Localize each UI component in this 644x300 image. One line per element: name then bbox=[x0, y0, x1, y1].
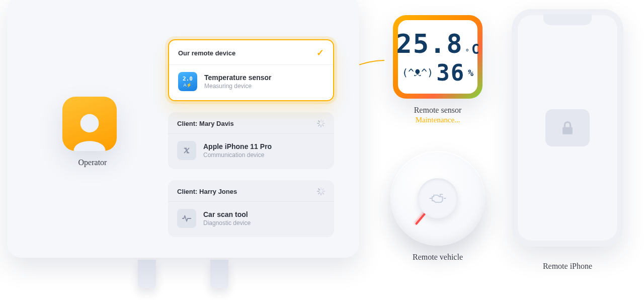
temperature-value: 25.8 bbox=[396, 29, 463, 59]
humidity-value: 36 bbox=[436, 60, 465, 86]
card-harry-jones[interactable]: Client: Harry Jones Car scan tool Diagno… bbox=[168, 180, 334, 237]
svg-point-0 bbox=[80, 114, 99, 133]
card-title: Car scan tool bbox=[203, 210, 251, 218]
vehicle-gauge bbox=[390, 151, 485, 246]
usb-connection-icon bbox=[177, 141, 196, 160]
diagnostic-waveform-icon bbox=[177, 209, 196, 228]
vehicle-label: Remote vehicle bbox=[382, 253, 493, 262]
operator-label: Operator bbox=[62, 158, 123, 167]
card-subtitle: Communication device bbox=[203, 152, 272, 159]
person-icon bbox=[68, 109, 111, 151]
sensor-display: 25.8 ° C (^ᴥ^) 36 % bbox=[393, 15, 482, 99]
operator-block: Operator bbox=[62, 97, 123, 167]
sensor-label: Remote sensor bbox=[382, 106, 493, 115]
remote-iphone-block: Remote iPhone bbox=[508, 9, 627, 271]
card-our-remote-device[interactable]: Our remote device ✓ 2.0 A⚡ Temperature s… bbox=[168, 39, 334, 101]
tablet-stand bbox=[118, 258, 249, 288]
iphone-frame bbox=[512, 9, 623, 247]
check-icon: ✓ bbox=[316, 47, 324, 58]
lock-tile bbox=[545, 109, 590, 146]
device-cards: Our remote device ✓ 2.0 A⚡ Temperature s… bbox=[168, 39, 334, 237]
sensor-status: Maintenance... bbox=[382, 116, 493, 124]
temperature-sensor-icon: 2.0 A⚡ bbox=[178, 72, 197, 91]
loading-spinner-icon bbox=[317, 119, 325, 127]
operator-avatar bbox=[62, 97, 117, 151]
svg-rect-1 bbox=[562, 127, 573, 134]
sensor-face-icon: (^ᴥ^) bbox=[402, 66, 433, 79]
temperature-unit: C bbox=[471, 42, 479, 57]
tablet-panel: Operator Our remote device ✓ 2.0 A⚡ bbox=[7, 0, 359, 258]
loading-spinner-icon bbox=[317, 187, 325, 195]
card-title: Temperature sensor bbox=[204, 73, 272, 82]
iphone-label: Remote iPhone bbox=[508, 262, 627, 271]
card-header-label: Client: Harry Jones bbox=[177, 188, 237, 195]
remote-sensor-block: 25.8 ° C (^ᴥ^) 36 % Remote sensor Mainte… bbox=[382, 15, 493, 124]
iphone-notch bbox=[543, 14, 592, 25]
card-title: Apple iPhone 11 Pro bbox=[203, 142, 272, 151]
card-mary-davis[interactable]: Client: Mary Davis Apple iPhone 11 Pro C… bbox=[168, 112, 334, 169]
engine-icon bbox=[418, 178, 458, 218]
card-subtitle: Measuring device bbox=[204, 83, 272, 90]
humidity-unit: % bbox=[468, 67, 473, 78]
lock-icon bbox=[559, 119, 576, 136]
card-header-label: Our remote device bbox=[178, 49, 235, 57]
card-header-label: Client: Mary Davis bbox=[177, 120, 234, 127]
card-subtitle: Diagnostic device bbox=[203, 219, 251, 227]
remote-vehicle-block: Remote vehicle bbox=[382, 151, 493, 262]
degree-symbol: ° bbox=[465, 48, 469, 56]
